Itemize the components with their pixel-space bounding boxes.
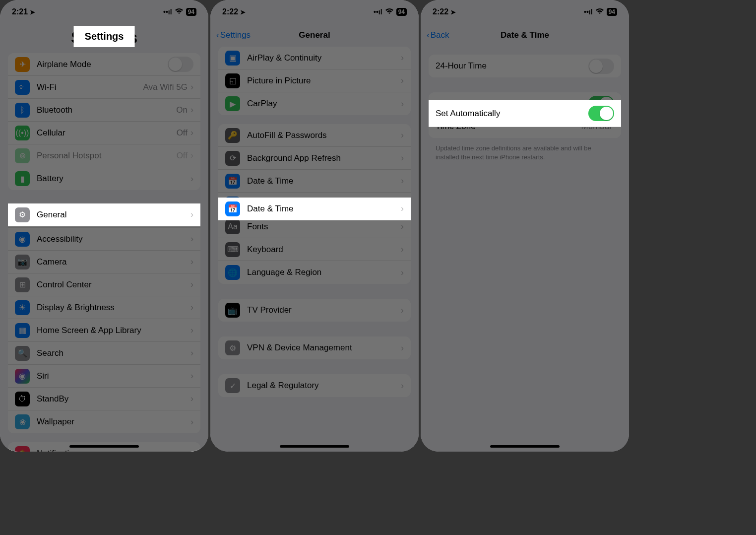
back-button[interactable]: ‹Back xyxy=(427,30,449,40)
calendar-icon: 📅 xyxy=(225,174,240,189)
battery-row-icon: ▮ xyxy=(15,171,30,186)
row-accessibility[interactable]: ◉Accessibility› xyxy=(8,228,200,251)
chevron-icon: › xyxy=(401,153,404,163)
chevron-left-icon: ‹ xyxy=(216,30,219,40)
airplane-toggle[interactable] xyxy=(168,57,193,72)
accessibility-icon: ◉ xyxy=(15,232,30,247)
set-auto-toggle[interactable] xyxy=(588,106,614,121)
signal-icon: ••ıl xyxy=(584,8,593,16)
chevron-icon: › xyxy=(190,82,193,92)
chevron-icon: › xyxy=(190,371,193,381)
siri-icon: ◉ xyxy=(15,369,30,384)
chevron-icon: › xyxy=(190,174,193,184)
row-vpn[interactable]: ⚙VPN & Device Management› xyxy=(218,336,411,359)
gear-icon: ⚙ xyxy=(15,207,30,222)
status-bar: 2:22➤ ••ıl94 xyxy=(421,0,629,24)
location-icon: ➤ xyxy=(30,8,35,16)
home-icon: ▦ xyxy=(15,323,30,338)
row-control-center[interactable]: ⊞Control Center› xyxy=(8,273,200,296)
chevron-icon: › xyxy=(190,348,193,358)
row-homescreen[interactable]: ▦Home Screen & App Library› xyxy=(8,319,200,342)
24hour-toggle[interactable] xyxy=(588,59,614,74)
pip-icon: ◱ xyxy=(225,73,240,88)
home-indicator[interactable] xyxy=(69,445,139,448)
row-language[interactable]: 🌐Language & Region› xyxy=(218,261,411,284)
search-icon: 🔍 xyxy=(15,346,30,361)
highlight-set-auto[interactable]: Set Automatically xyxy=(429,100,621,127)
chevron-icon: › xyxy=(190,279,193,290)
row-legal[interactable]: ✓Legal & Regulatory› xyxy=(218,374,411,397)
chevron-icon: › xyxy=(401,244,404,255)
row-wallpaper[interactable]: ❀Wallpaper› xyxy=(8,410,200,433)
standby-icon: ⏱ xyxy=(15,392,30,406)
chevron-icon: › xyxy=(401,203,404,214)
row-bluetooth[interactable]: ᛒBluetoothOn› xyxy=(8,99,200,122)
chevron-icon: › xyxy=(190,209,193,220)
row-wifi[interactable]: ᯤWi-FiAva Wifi 5G› xyxy=(8,76,200,99)
battery-icon: 94 xyxy=(607,8,617,16)
chevron-icon: › xyxy=(401,221,404,232)
row-autofill[interactable]: 🔑AutoFill & Passwords› xyxy=(218,124,411,147)
chevron-icon: › xyxy=(190,394,193,404)
control-center-icon: ⊞ xyxy=(15,277,30,292)
battery-icon: 94 xyxy=(396,8,407,16)
tv-icon: 📺 xyxy=(225,303,240,318)
signal-icon: ••ıl xyxy=(163,8,172,16)
highlight-date-time[interactable]: 📅Date & Time› xyxy=(218,198,411,220)
row-pip[interactable]: ◱Picture in Picture› xyxy=(218,69,411,92)
chevron-icon: › xyxy=(401,268,404,278)
row-background-refresh[interactable]: ⟳Background App Refresh› xyxy=(218,147,411,170)
carplay-icon: ▶ xyxy=(225,96,240,111)
chevron-icon: › xyxy=(190,325,193,335)
bluetooth-icon: ᛒ xyxy=(15,103,30,118)
key-icon: 🔑 xyxy=(225,128,240,143)
home-indicator[interactable] xyxy=(490,445,560,448)
wifi-icon xyxy=(175,8,183,16)
chevron-icon: › xyxy=(401,305,404,316)
vpn-icon: ⚙ xyxy=(225,340,240,355)
camera-icon: 📷 xyxy=(15,255,30,269)
status-bar: 2:21➤ ••ıl 94 xyxy=(0,0,208,24)
location-icon: ➤ xyxy=(240,8,246,16)
highlight-general[interactable]: ⚙General› xyxy=(8,203,200,226)
row-camera[interactable]: 📷Camera› xyxy=(8,251,200,273)
chevron-icon: › xyxy=(190,417,193,427)
row-siri[interactable]: ◉Siri› xyxy=(8,365,200,388)
chevron-icon: › xyxy=(401,75,404,86)
chevron-icon: › xyxy=(401,343,404,353)
chevron-icon: › xyxy=(401,99,404,109)
cellular-icon: ((•)) xyxy=(15,126,30,140)
wifi-icon xyxy=(596,8,604,16)
refresh-icon: ⟳ xyxy=(225,151,240,166)
globe-icon: 🌐 xyxy=(225,265,240,280)
battery-icon: 94 xyxy=(186,8,196,16)
row-airplane[interactable]: ✈Airplane Mode xyxy=(8,53,200,76)
wifi-row-icon: ᯤ xyxy=(15,80,30,95)
screen-settings: 2:21➤ ••ıl 94 Settings ✈Airplane Mode ᯤW… xyxy=(0,0,208,452)
chevron-icon: › xyxy=(401,130,404,140)
row-24hour[interactable]: 24-Hour Time xyxy=(429,55,621,77)
calendar-icon: 📅 xyxy=(225,201,240,216)
screen-date-time: 2:22➤ ••ıl94 ‹Back Date & Time 24-Hour T… xyxy=(421,0,629,452)
row-carplay[interactable]: ▶CarPlay› xyxy=(218,92,411,115)
chevron-icon: › xyxy=(190,128,193,138)
row-battery[interactable]: ▮Battery› xyxy=(8,167,200,190)
row-tv-provider[interactable]: 📺TV Provider› xyxy=(218,299,411,322)
wifi-icon xyxy=(385,8,393,16)
chevron-icon: › xyxy=(190,150,193,161)
hotspot-icon: ⊚ xyxy=(15,148,30,163)
row-search[interactable]: 🔍Search› xyxy=(8,342,200,365)
row-airplay[interactable]: ▣AirPlay & Continuity› xyxy=(218,47,411,69)
status-time: 2:22 xyxy=(222,7,238,16)
row-date-time[interactable]: 📅Date & Time› xyxy=(218,170,411,193)
row-keyboard[interactable]: ⌨Keyboard› xyxy=(218,238,411,261)
back-button[interactable]: ‹Settings xyxy=(216,30,251,40)
row-standby[interactable]: ⏱StandBy› xyxy=(8,388,200,410)
row-hotspot[interactable]: ⊚Personal HotspotOff› xyxy=(8,144,200,167)
chevron-icon: › xyxy=(401,53,404,63)
row-cellular[interactable]: ((•))CellularOff› xyxy=(8,122,200,144)
screen-general: 2:22➤ ••ıl94 ‹Settings General ▣AirPlay … xyxy=(210,0,419,452)
navbar: ‹Back Date & Time xyxy=(421,24,629,47)
home-indicator[interactable] xyxy=(280,445,349,448)
row-display[interactable]: ☀Display & Brightness› xyxy=(8,296,200,319)
